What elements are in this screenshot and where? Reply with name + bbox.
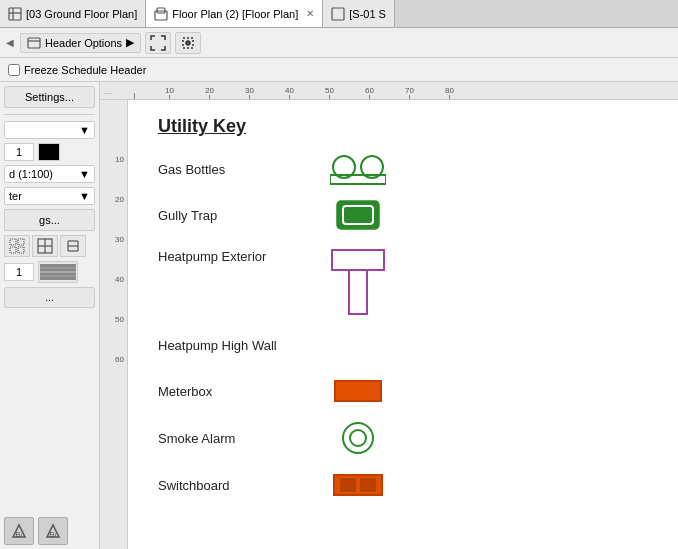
v-tick-20: 20 <box>100 195 127 235</box>
heatpump-hw-label: Heatpump High Wall <box>158 338 318 353</box>
content-wrapper: ... 10 20 30 40 50 <box>100 82 678 549</box>
utility-row-heatpump-ext: Heatpump Exterior <box>158 245 658 315</box>
grid-icon1[interactable] <box>4 235 30 257</box>
tab-bar: [03 Ground Floor Plan] Floor Plan (2) [F… <box>0 0 678 28</box>
gas-bottles-label: Gas Bottles <box>158 162 318 177</box>
ruler-dots: ... <box>100 86 112 96</box>
ruler-tick-70: 70 <box>390 86 430 99</box>
toolbar-arrow-left[interactable]: ◀ <box>4 35 16 50</box>
utility-row-meterbox: Meterbox <box>158 375 658 407</box>
utility-key-title: Utility Key <box>158 116 658 137</box>
num-input[interactable] <box>4 143 34 161</box>
num-color-row <box>4 143 95 161</box>
tab1-label: [03 Ground Floor Plan] <box>26 8 137 20</box>
h-ruler: ... 10 20 30 40 50 <box>100 82 678 100</box>
scale-dropdown[interactable]: d (1:100) ▼ <box>4 165 95 183</box>
tab-floor-plan-2[interactable]: Floor Plan (2) [Floor Plan] ✕ <box>146 0 323 27</box>
v-tick-30: 30 <box>100 235 127 275</box>
tab-s01[interactable]: [S-01 S <box>323 0 395 27</box>
grid-icon2[interactable] <box>32 235 58 257</box>
toolbar: ◀ Header Options ▶ <box>0 28 678 58</box>
fit-button[interactable] <box>145 32 171 54</box>
num2-row <box>4 261 95 283</box>
svg-rect-10 <box>10 239 16 245</box>
svg-rect-13 <box>18 247 24 253</box>
pattern-icon[interactable] <box>38 261 78 283</box>
svg-rect-39 <box>341 479 355 491</box>
tab3-label: [S-01 S <box>349 8 386 20</box>
switchboard-icon <box>333 474 383 496</box>
svg-rect-33 <box>332 250 384 270</box>
v-tick-50: 50 <box>100 315 127 355</box>
tab-floor-plan-1[interactable]: [03 Ground Floor Plan] <box>0 0 146 27</box>
scale-arrow: ▼ <box>79 168 90 180</box>
meterbox-icon <box>334 380 382 402</box>
bottom-icon1[interactable]: B/ <box>4 517 34 545</box>
switchboard-label: Switchboard <box>158 478 318 493</box>
left-panel: Settings... ▼ d (1:100) ▼ ter ▼ gs... <box>0 82 100 549</box>
tab2-label: Floor Plan (2) [Floor Plan] <box>172 8 298 20</box>
utility-row-smoke-alarm: Smoke Alarm <box>158 421 658 455</box>
svg-rect-11 <box>18 239 24 245</box>
gas-bottles-icon <box>330 153 386 185</box>
smoke-alarm-icon <box>341 421 375 455</box>
ruler-tick-60: 60 <box>350 86 390 99</box>
crop-icon <box>179 34 197 52</box>
more-button[interactable]: gs... <box>4 209 95 231</box>
color-swatch[interactable] <box>38 143 60 161</box>
meterbox-label: Meterbox <box>158 384 318 399</box>
utility-key: Utility Key Gas Bottles <box>158 116 658 501</box>
ruler-tick-20: 20 <box>190 86 230 99</box>
tab2-close-icon[interactable]: ✕ <box>306 8 314 19</box>
v-tick-40: 40 <box>100 275 127 315</box>
utility-row-switchboard: Switchboard <box>158 469 658 501</box>
num2-input[interactable] <box>4 263 34 281</box>
svg-rect-32 <box>343 206 373 224</box>
crop-button[interactable] <box>175 32 201 54</box>
divider1 <box>4 114 95 115</box>
smoke-alarm-label: Smoke Alarm <box>158 431 318 446</box>
utility-row-gas-bottles: Gas Bottles <box>158 153 658 185</box>
utility-row-heatpump-hw: Heatpump High Wall <box>158 329 658 361</box>
smoke-alarm-symbol <box>318 421 398 455</box>
ruler-tick-80: 80 <box>430 86 470 99</box>
gas-bottles-symbol <box>318 153 398 185</box>
fit-icon <box>149 34 167 52</box>
heatpump-ext-symbol <box>318 249 398 315</box>
bottom-icons: B/ B/ <box>4 513 95 545</box>
svg-point-36 <box>343 423 373 453</box>
gully-trap-symbol <box>318 200 398 230</box>
layer-dropdown-arrow: ▼ <box>79 124 90 136</box>
utility-key-container: Utility Key Gas Bottles <box>128 100 678 549</box>
freeze-checkbox[interactable] <box>8 64 20 76</box>
drawing-area[interactable]: 10 20 30 40 50 60 Utility Key Gas Bottle… <box>100 100 678 549</box>
heatpump-ext-label: Heatpump Exterior <box>158 249 318 264</box>
svg-point-9 <box>186 41 190 45</box>
header-options-button[interactable]: Header Options ▶ <box>20 33 141 53</box>
freeze-bar: Freeze Schedule Header <box>0 58 678 82</box>
svg-point-37 <box>350 430 366 446</box>
more2-button[interactable]: ... <box>4 287 95 308</box>
freeze-label: Freeze Schedule Header <box>24 64 146 76</box>
heatpump-ext-icon <box>331 249 385 315</box>
settings-button[interactable]: Settings... <box>4 86 95 108</box>
gully-trap-label: Gully Trap <box>158 208 318 223</box>
filter-arrow: ▼ <box>79 190 90 202</box>
filter-dropdown[interactable]: ter ▼ <box>4 187 95 205</box>
grid-icon3[interactable] <box>60 235 86 257</box>
utility-row-gully-trap: Gully Trap <box>158 199 658 231</box>
bottom-icon2[interactable]: B/ <box>38 517 68 545</box>
ruler-tick-40: 40 <box>270 86 310 99</box>
header-options-arrow: ▶ <box>126 36 134 49</box>
ruler-tick-50: 50 <box>310 86 350 99</box>
layer-dropdown[interactable]: ▼ <box>4 121 95 139</box>
svg-rect-35 <box>335 381 381 401</box>
main-area: Settings... ▼ d (1:100) ▼ ter ▼ gs... <box>0 82 678 549</box>
svg-text:B/: B/ <box>15 530 23 539</box>
filter-label: ter <box>9 190 22 202</box>
icon-grid <box>4 235 95 257</box>
v-tick-10: 10 <box>100 155 127 195</box>
v-tick-60: 60 <box>100 355 127 395</box>
header-icon <box>27 36 41 50</box>
switchboard-symbol <box>318 474 398 496</box>
